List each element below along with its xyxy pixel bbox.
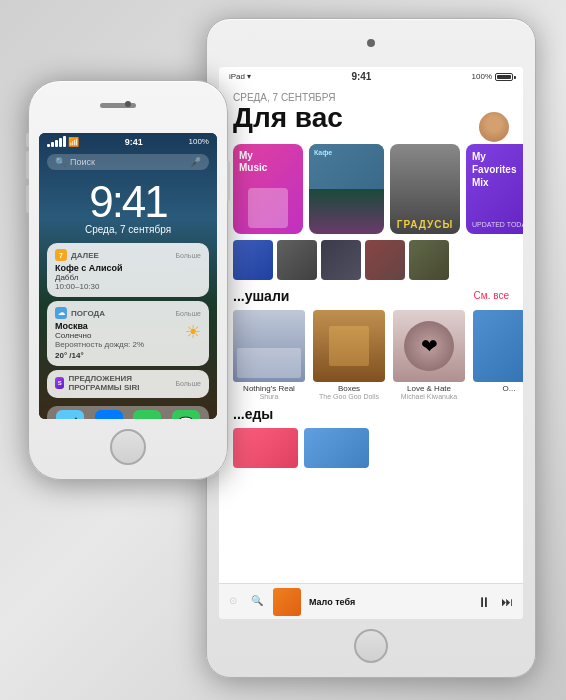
iphone-status-bar: 📶 9:41 100% (39, 133, 217, 150)
iphone-wallpaper: 📶 9:41 100% 🔍 Поиск 🎤 9:41 Среда, 7 сент… (39, 133, 217, 419)
recently-played-title: ...ушали (233, 288, 289, 304)
mini-next-button[interactable]: ⏭ (501, 595, 513, 609)
notif-header-weather: ☁ ПОГОДА Больше (55, 307, 201, 319)
wifi-icon: 📶 (68, 137, 79, 147)
friends-section-title: ...еды (233, 406, 273, 422)
ipad-status-time: 9:41 (351, 71, 371, 82)
small-card-4[interactable] (365, 240, 405, 280)
iphone-camera (125, 101, 131, 107)
see-all-link[interactable]: См. все (474, 290, 509, 301)
mini-player-song: Мало тебя (309, 597, 469, 607)
album-name-1: Nothing's Real (233, 384, 305, 393)
mini-play-button[interactable]: ⏸ (477, 594, 491, 610)
ipad-screen: iPad ▾ 9:41 100% СРЕДА, 7 СЕНТЯБРЯ Для в… (219, 67, 523, 619)
photo-card-bg: Кафе (309, 144, 384, 234)
siri-app-icon: S (55, 377, 64, 389)
avatar-image (479, 112, 509, 142)
notif-title-calendar: Кофе с Алисой (55, 263, 201, 273)
notif-sub-calendar: 10:00–10:30 (55, 282, 201, 291)
suggested-app-3[interactable]: 🗺 (133, 410, 161, 419)
gradus-label: ГРАДУСЫ (397, 219, 454, 230)
small-card-1[interactable] (233, 240, 273, 280)
notif-more-siri[interactable]: Больше (175, 380, 201, 387)
notif-more-calendar[interactable]: Больше (175, 252, 201, 259)
signal-dot-4 (59, 138, 62, 147)
search-icon: 🔍 (55, 157, 66, 167)
mini-player-expand-icon: ⊙ (229, 595, 243, 609)
mini-player-controls: ⏸ ⏭ (477, 594, 513, 610)
album-cover-1 (233, 310, 305, 382)
friend-card-2[interactable] (304, 428, 369, 468)
notif-header-calendar: 7 ДАЛЕЕ Больше (55, 249, 201, 261)
small-cards-row (219, 240, 523, 284)
search-placeholder: Поиск (70, 157, 95, 167)
friends-row (219, 426, 523, 470)
my-music-card[interactable]: MyMusic (233, 144, 303, 234)
iphone-clock: 9:41 (39, 180, 217, 224)
mini-player[interactable]: ⊙ 🔍 Мало тебя ⏸ ⏭ (219, 583, 523, 619)
iphone-device: 📶 9:41 100% 🔍 Поиск 🎤 9:41 Среда, 7 сент… (28, 80, 228, 480)
iphone-mute-button[interactable] (26, 133, 29, 147)
favorites-mix-title: MyFavoritesMix (472, 150, 523, 189)
signal-dot-3 (55, 140, 58, 147)
mini-player-info: Мало тебя (309, 597, 469, 607)
album-name-4: O... (473, 384, 523, 393)
notif-title-weather: Москва (55, 321, 144, 331)
gradus-card[interactable]: ГРАДУСЫ (390, 144, 460, 234)
notifications-area: 7 ДАЛЕЕ Больше Кофе с Алисой Даббл 10:00… (39, 237, 217, 404)
iphone-home-button[interactable] (110, 429, 146, 465)
notif-more-weather[interactable]: Больше (175, 310, 201, 317)
album-artist-2: The Goo Goo Dolls (313, 393, 385, 400)
gradus-card-bg: ГРАДУСЫ (390, 144, 460, 234)
calendar-app-icon: 7 (55, 249, 67, 261)
ipad-page-title: Для вас (233, 103, 509, 134)
iphone-side-button[interactable] (227, 161, 230, 201)
iphone-date: Среда, 7 сентября (39, 224, 217, 235)
mic-icon: 🎤 (190, 157, 201, 167)
photo-card[interactable]: Кафе (309, 144, 384, 234)
avatar[interactable] (479, 112, 509, 142)
siri-notification[interactable]: S ПРЕДЛОЖЕНИЯ ПРОГРАММЫ SIRI Больше (47, 370, 209, 398)
notif-app-name-weather: ПОГОДА (71, 309, 105, 318)
small-card-5[interactable] (409, 240, 449, 280)
recently-played-header: ...ушали См. все (219, 284, 523, 308)
album-cover-2 (313, 310, 385, 382)
small-card-2[interactable] (277, 240, 317, 280)
signal-dot-5 (63, 136, 66, 147)
favorites-mix-card[interactable]: MyFavoritesMix UPDATED TODAY (466, 144, 523, 234)
album-item[interactable]: ❤ Love & Hate Michael Kiwanuka (393, 310, 465, 400)
signal-dot-2 (51, 142, 54, 147)
calendar-notification[interactable]: 7 ДАЛЕЕ Больше Кофе с Алисой Даббл 10:00… (47, 243, 209, 297)
iphone-screen: 📶 9:41 100% 🔍 Поиск 🎤 9:41 Среда, 7 сент… (39, 133, 217, 419)
weather-notification[interactable]: ☁ ПОГОДА Больше Москва Солнечно Вероятно… (47, 301, 209, 366)
album-cover-4 (473, 310, 523, 382)
suggested-app-2[interactable]: ✉ (95, 410, 123, 419)
notif-app-name-calendar: ДАЛЕЕ (71, 251, 99, 260)
iphone-vol-down-button[interactable] (26, 185, 29, 213)
notif-app-info-weather: ☁ ПОГОДА (55, 307, 105, 319)
suggested-app-1[interactable]: 📹 (56, 410, 84, 419)
notif-sub-weather: Вероятность дождя: 2% (55, 340, 144, 349)
album-item[interactable]: Nothing's Real Shura (233, 310, 305, 400)
notif-body-calendar: Даббл (55, 273, 201, 282)
friend-card-1[interactable] (233, 428, 298, 468)
ipad-home-button[interactable] (354, 629, 388, 663)
suggested-app-4[interactable]: 💬 (172, 410, 200, 419)
album-item[interactable]: Boxes The Goo Goo Dolls (313, 310, 385, 400)
iphone-search-bar[interactable]: 🔍 Поиск 🎤 (47, 154, 209, 170)
notif-body-weather: Солнечно (55, 331, 144, 340)
notif-header-siri: S ПРЕДЛОЖЕНИЯ ПРОГРАММЫ SIRI Больше (55, 374, 201, 392)
my-music-card-label: MyMusic (239, 150, 297, 174)
notif-app-info: 7 ДАЛЕЕ (55, 249, 99, 261)
ipad-status-left: iPad ▾ (229, 72, 251, 81)
iphone-status-left: 📶 (47, 136, 79, 147)
ipad-camera (367, 39, 375, 47)
weather-icon: ☀ (185, 321, 201, 343)
album-name-2: Boxes (313, 384, 385, 393)
album-artist-3: Michael Kiwanuka (393, 393, 465, 400)
album-artist-1: Shura (233, 393, 305, 400)
iphone-vol-up-button[interactable] (26, 151, 29, 179)
battery-icon (495, 73, 513, 81)
small-card-3[interactable] (321, 240, 361, 280)
album-item[interactable]: O... (473, 310, 523, 400)
